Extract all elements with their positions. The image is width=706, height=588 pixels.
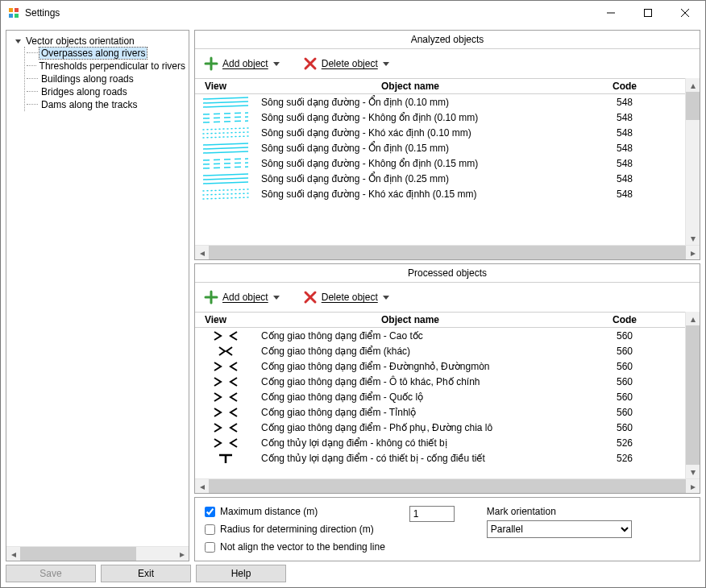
tree-item[interactable]: Overpasses along rivers <box>25 47 189 60</box>
scroll-right-icon[interactable]: ▸ <box>686 246 700 259</box>
row-code: 548 <box>564 126 685 140</box>
table-row[interactable]: Sông suối dạng đường - Ổn định (0.15 mm)… <box>195 140 685 155</box>
col-code[interactable]: Code <box>564 79 685 93</box>
table-row[interactable]: Cống giao thông dạng điểm - Tỉnhlộ560 <box>195 404 685 420</box>
max-distance-option[interactable]: Maximum distance (m) <box>205 506 385 517</box>
help-button[interactable]: Help <box>196 565 286 582</box>
tree[interactable]: Vector objects orientation Overpasses al… <box>6 31 189 546</box>
scroll-left-icon[interactable]: ◂ <box>195 479 209 493</box>
row-name: Cống giao thông dạng điểm - Cao tốc <box>256 329 564 343</box>
table-row[interactable]: Cống giao thông dạng điểm - Quốc lộ560 <box>195 389 685 404</box>
row-name: Cống giao thông dạng điểm (khác) <box>256 344 564 358</box>
svg-line-32 <box>203 182 248 184</box>
table-row[interactable]: Cống giao thông dạng điểm (khác)560 <box>195 343 685 358</box>
radius-checkbox[interactable] <box>205 524 215 535</box>
save-button[interactable]: Save <box>6 565 96 582</box>
row-name: Cống giao thông dạng điểm - Phố phụ, Đườ… <box>256 420 564 435</box>
svg-line-33 <box>203 189 248 191</box>
processed-table[interactable]: View Object name Code Cống giao thông dạ… <box>195 312 685 478</box>
window-title: Settings <box>25 7 60 19</box>
svg-marker-38 <box>273 296 280 300</box>
svg-rect-1 <box>15 8 19 12</box>
table-row[interactable]: Cống giao thông dạng điểm - Đườngnhỏ, Đư… <box>195 358 685 374</box>
max-distance-input[interactable] <box>409 506 455 522</box>
col-code[interactable]: Code <box>564 313 685 327</box>
processed-delete-object-button[interactable]: Delete object <box>302 289 389 305</box>
row-view-icon <box>195 405 256 420</box>
dropdown-icon[interactable] <box>383 292 389 303</box>
scroll-up-icon[interactable]: ▴ <box>686 78 700 92</box>
dropdown-icon[interactable] <box>273 292 280 303</box>
analyzed-add-object-button[interactable]: Add object <box>203 56 280 72</box>
tree-root-label: Vector objects orientation <box>26 35 135 47</box>
tree-horizontal-scrollbar[interactable]: ◂ ▸ <box>6 546 189 561</box>
max-distance-checkbox[interactable] <box>205 507 215 517</box>
table-row[interactable]: Cống giao thông dạng điểm - Cao tốc560 <box>195 328 685 343</box>
table-row[interactable]: Cống giao thông dạng điểm - Phố phụ, Đườ… <box>195 420 685 435</box>
analyzed-table[interactable]: View Object name Code Sông suối dạng đườ… <box>195 78 685 245</box>
radius-option[interactable]: Radius for determining direction (m) <box>205 524 385 535</box>
scroll-up-icon[interactable]: ▴ <box>686 312 700 325</box>
scroll-down-icon[interactable]: ▾ <box>686 465 700 478</box>
tree-root[interactable]: Vector objects orientation <box>13 35 189 47</box>
col-view[interactable]: View <box>195 313 256 327</box>
maximize-button[interactable] <box>629 1 667 25</box>
scroll-down-icon[interactable]: ▾ <box>686 231 700 245</box>
col-name[interactable]: Object name <box>256 313 564 327</box>
processed-add-object-button[interactable]: Add object <box>203 289 280 305</box>
exit-button[interactable]: Exit <box>101 565 191 582</box>
not-align-option[interactable]: Not align the vector to the bending line <box>205 541 385 553</box>
tree-item[interactable]: Dams along the tracks <box>25 98 189 111</box>
row-code: 548 <box>564 172 685 186</box>
chevron-down-icon[interactable] <box>13 38 23 45</box>
analyzed-delete-object-button[interactable]: Delete object <box>302 56 389 72</box>
tree-panel: Vector objects orientation Overpasses al… <box>6 30 189 561</box>
minimize-button[interactable] <box>592 1 629 25</box>
row-code: 548 <box>564 187 685 201</box>
table-row[interactable]: Sông suối dạng đường - Ổn định (0.25 mm)… <box>195 171 685 186</box>
svg-rect-5 <box>645 10 652 17</box>
svg-line-27 <box>203 159 248 160</box>
table-row[interactable]: Sông suối dạng đường - Không ổn định (0.… <box>195 155 685 171</box>
table-row[interactable]: Cống thủy lợi dạng điểm - không có thiết… <box>195 435 685 450</box>
dropdown-icon[interactable] <box>273 58 280 69</box>
row-view-icon <box>195 375 256 389</box>
row-code: 548 <box>564 95 685 110</box>
analyzed-vertical-scrollbar[interactable]: ▴ ▾ <box>685 78 700 245</box>
processed-objects-group: Processed objects Add object <box>194 263 700 494</box>
table-row[interactable]: Cống thủy lợi dạng điểm - có thiết bị - … <box>195 450 685 466</box>
analyzed-add-label: Add object <box>222 58 268 69</box>
scroll-left-icon[interactable]: ◂ <box>195 246 209 259</box>
tree-item[interactable]: Thresholds perpendicular to rivers <box>25 60 189 72</box>
scroll-right-icon[interactable]: ▸ <box>175 547 189 561</box>
row-name: Cống giao thông dạng điểm - Quốc lộ <box>256 390 564 404</box>
mark-orientation-select[interactable]: Parallel <box>487 520 632 538</box>
analyzed-horizontal-scrollbar[interactable]: ◂ ▸ <box>195 245 700 259</box>
col-name[interactable]: Object name <box>256 79 564 93</box>
scroll-right-icon[interactable]: ▸ <box>686 479 700 493</box>
table-row[interactable]: Sông suối dạng đường - Không ổn định (0.… <box>195 110 685 125</box>
not-align-checkbox[interactable] <box>205 542 215 553</box>
scroll-left-icon[interactable]: ◂ <box>6 547 20 561</box>
table-row[interactable]: Sông suối dạng đường - Khó xác định (0.1… <box>195 125 685 140</box>
row-name: Sông suối dạng đường - Không ổn định (0.… <box>256 110 564 125</box>
col-view[interactable]: View <box>195 79 256 93</box>
table-row[interactable]: Cống giao thông dạng điểm - Ô tô khác, P… <box>195 374 685 389</box>
close-button[interactable] <box>667 1 704 25</box>
svg-line-15 <box>203 97 248 99</box>
row-view-icon <box>195 329 256 343</box>
tree-item[interactable]: Buildings along roads <box>25 72 189 85</box>
table-row[interactable]: Sông suối dạng đường - Khó xác địnhh (0.… <box>195 186 685 201</box>
processed-vertical-scrollbar[interactable]: ▴ ▾ <box>685 312 700 478</box>
row-code: 548 <box>564 156 685 171</box>
tree-item[interactable]: Bridges along roads <box>25 85 189 98</box>
options-group: Maximum distance (m) Radius for determin… <box>194 497 700 561</box>
row-view-icon <box>195 390 256 404</box>
svg-line-7 <box>681 9 689 17</box>
dropdown-icon[interactable] <box>383 58 389 69</box>
row-view-icon <box>195 125 256 141</box>
svg-line-35 <box>203 197 248 199</box>
table-row[interactable]: Sông suối dạng đường - Ổn định (0.10 mm)… <box>195 94 685 110</box>
svg-marker-41 <box>383 296 389 300</box>
processed-horizontal-scrollbar[interactable]: ◂ ▸ <box>195 478 700 493</box>
